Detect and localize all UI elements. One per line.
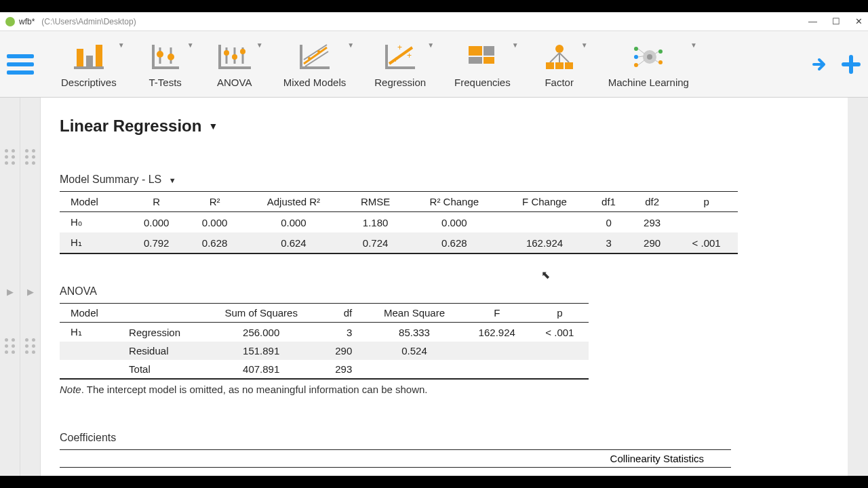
toolbar-label: ANOVA: [217, 77, 252, 88]
table-row: Residual 151.891 290 0.524: [60, 342, 589, 360]
cell: [675, 212, 738, 233]
cell: 0.000: [127, 212, 186, 233]
col-header: df2: [629, 192, 675, 212]
toolbar-frequencies[interactable]: ▼ Frequencies: [454, 40, 511, 88]
toolbar-descriptives[interactable]: ▼ Descriptives: [61, 40, 117, 88]
svg-rect-4: [152, 66, 179, 69]
cell: Total: [118, 360, 205, 379]
drag-handle-icon[interactable]: [5, 149, 16, 165]
model-summary-table: Model R R² Adjusted R² RMSE R² Change F …: [60, 191, 738, 254]
drag-handle-icon[interactable]: [5, 338, 16, 354]
drag-handle-icon[interactable]: [25, 149, 36, 165]
svg-rect-40: [555, 62, 564, 69]
page-title[interactable]: Linear Regression ▼: [60, 117, 807, 136]
col-header: [118, 304, 205, 323]
svg-rect-10: [218, 66, 251, 69]
toolbar-label: Regression: [374, 77, 426, 88]
chevron-down-icon: ▼: [187, 41, 194, 49]
table-row: H₁ 0.792 0.628 0.624 0.724 0.628 162.924…: [60, 232, 738, 253]
col-header: p: [531, 304, 589, 323]
svg-rect-26: [385, 45, 388, 69]
svg-point-42: [634, 47, 638, 51]
machine-learning-icon: [628, 40, 669, 74]
toolbar-ttests[interactable]: ▼ T-Tests: [145, 40, 186, 88]
cell: 3: [317, 323, 366, 342]
svg-rect-39: [546, 62, 554, 69]
cell: H₀: [60, 212, 127, 233]
cell: Regression: [118, 323, 205, 342]
table-row: H₀ 0.000 0.000 0.000 1.180 0.000 0 293: [60, 212, 738, 233]
results-pane: Linear Regression ▼ Model Summary - LS ▼…: [41, 98, 848, 476]
svg-point-45: [658, 49, 663, 54]
cell: [463, 360, 531, 379]
col-header: F: [463, 304, 531, 323]
toolbar-label: Descriptives: [61, 77, 117, 88]
svg-point-24: [317, 50, 320, 53]
svg-point-7: [157, 51, 163, 58]
svg-rect-11: [218, 45, 221, 69]
expand-arrow-icon[interactable]: ▶: [7, 287, 14, 297]
svg-rect-34: [484, 57, 494, 64]
svg-point-44: [634, 63, 638, 67]
toolbar-mixed-models[interactable]: ▼ Mixed Models: [283, 40, 347, 88]
chevron-down-icon: ▼: [118, 41, 125, 49]
cell: 0.000: [408, 212, 501, 233]
svg-rect-3: [96, 45, 102, 66]
svg-rect-33: [469, 57, 482, 64]
svg-point-46: [658, 60, 663, 64]
chevron-down-icon: ▼: [208, 121, 218, 131]
table-row: H₁ Regression 256.000 3 85.333 162.924 <…: [60, 323, 589, 342]
svg-text:+: +: [407, 51, 412, 60]
cell: 256.000: [205, 323, 317, 342]
expand-arrow-icon[interactable]: ▶: [27, 287, 34, 297]
add-button[interactable]: [841, 54, 861, 75]
col-header: df: [317, 304, 366, 323]
minimize-button[interactable]: —: [808, 16, 817, 26]
svg-rect-0: [74, 66, 104, 69]
cell: 0: [588, 212, 629, 233]
cell: 3: [588, 232, 629, 253]
page-title-text: Linear Regression: [60, 117, 201, 136]
section-title-text: Model Summary - LS: [60, 174, 161, 185]
cell: [463, 342, 531, 360]
collinearity-header: Collinearity Statistics: [610, 453, 704, 464]
svg-rect-41: [565, 62, 573, 69]
window-path: (C:\Users\Admin\Desktop): [41, 17, 136, 26]
cell: 0.724: [343, 232, 408, 253]
table-row: Total 407.891 293: [60, 360, 589, 379]
cell: 293: [629, 212, 675, 233]
toolbar-factor[interactable]: ▼ Factor: [539, 40, 580, 88]
model-summary-title[interactable]: Model Summary - LS ▼: [60, 174, 807, 186]
svg-rect-32: [484, 46, 494, 56]
toolbar-anova[interactable]: ▼ ANOVA: [214, 40, 255, 88]
svg-point-13: [224, 50, 229, 56]
regression-icon: +++: [380, 40, 420, 74]
cell: 151.891: [205, 342, 317, 360]
svg-line-20: [304, 47, 327, 64]
chevron-down-icon: ▼: [169, 176, 176, 184]
menu-button[interactable]: [7, 54, 34, 75]
anova-table: Model Sum of Squares df Mean Square F p …: [60, 303, 589, 380]
maximize-button[interactable]: ☐: [832, 16, 840, 26]
svg-rect-5: [152, 45, 155, 69]
chevron-down-icon: ▼: [581, 41, 588, 49]
coefficients-title: Coefficients: [60, 432, 807, 444]
cell: 162.924: [463, 323, 531, 342]
col-header: RMSE: [343, 192, 408, 212]
titlebar: wfb* (C:\Users\Admin\Desktop) — ☐ ✕: [0, 12, 868, 31]
drag-handle-icon[interactable]: [25, 338, 36, 354]
cell: 0.628: [408, 232, 501, 253]
app-icon: [5, 17, 15, 26]
toolbar-machine-learning[interactable]: ▼ Machine Learning: [608, 40, 689, 88]
svg-rect-19: [300, 45, 302, 69]
frequencies-icon: [462, 40, 502, 74]
col-header: R²: [186, 192, 244, 212]
cell: Residual: [118, 342, 205, 360]
toolbar-regression[interactable]: ▼ +++ Regression: [374, 40, 426, 88]
close-button[interactable]: ✕: [855, 16, 863, 26]
svg-point-23: [308, 57, 311, 60]
col-header: Model: [60, 192, 127, 212]
next-arrow-icon[interactable]: [811, 56, 829, 73]
cell: 0.628: [186, 232, 244, 253]
svg-line-36: [550, 53, 559, 62]
